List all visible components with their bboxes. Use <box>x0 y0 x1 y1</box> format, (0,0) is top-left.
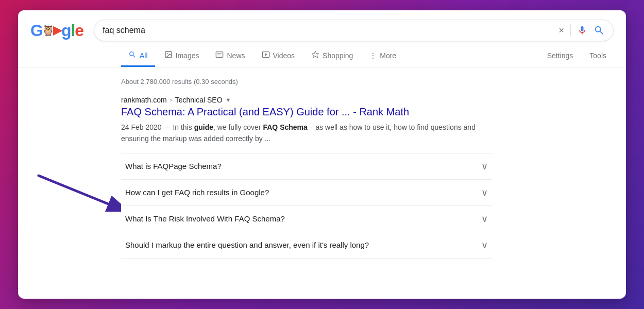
logo-play-icon: ▶ <box>53 24 61 37</box>
logo-letter-l: l <box>71 21 75 40</box>
result-domain: rankmath.com <box>121 96 167 104</box>
search-input[interactable]: faq schema <box>103 26 553 35</box>
search-blue-icon[interactable] <box>594 25 605 36</box>
tab-shopping[interactable]: Shopping <box>304 45 360 67</box>
faq-question-3: Should I markup the entire question and … <box>125 241 369 249</box>
faq-question-2: What Is The Risk Involved With FAQ Schem… <box>125 214 285 223</box>
tab-news[interactable]: News <box>208 45 252 67</box>
tab-images-label: Images <box>176 52 199 60</box>
icon-divider <box>570 24 571 37</box>
svg-rect-2 <box>216 52 223 58</box>
faq-question-1: How can I get FAQ rich results in Google… <box>125 188 269 197</box>
logo-letter-e: e <box>75 21 83 40</box>
search-icons: × <box>558 24 605 37</box>
faq-item-3[interactable]: Should I markup the entire question and … <box>121 232 492 259</box>
faq-item-0[interactable]: What is FAQPage Schema? ∨ <box>121 153 492 180</box>
tab-settings[interactable]: Settings <box>540 46 581 66</box>
breadcrumb-dropdown-icon[interactable]: ▼ <box>226 97 231 103</box>
clear-icon[interactable]: × <box>558 25 564 36</box>
google-logo: G 🦉 ▶ g l e <box>30 21 83 40</box>
search-box: faq schema × <box>94 20 614 41</box>
tab-all[interactable]: All <box>121 45 155 67</box>
nav-right: Settings Tools <box>540 46 614 66</box>
faq-items: What is FAQPage Schema? ∨ How can I get … <box>121 153 492 259</box>
tab-more-label: More <box>380 52 396 60</box>
tab-videos-label: Videos <box>273 52 295 60</box>
more-dots-icon: ⋮ <box>369 52 377 60</box>
result-title[interactable]: FAQ Schema: A Practical (and EASY) Guide… <box>121 105 492 118</box>
result-breadcrumb: Technical SEO <box>175 96 223 104</box>
mic-icon[interactable] <box>577 25 587 36</box>
arrow-annotation <box>28 170 121 214</box>
tab-settings-label: Settings <box>547 52 573 60</box>
shopping-icon <box>311 50 319 60</box>
faq-chevron-0: ∨ <box>481 161 488 172</box>
faq-chevron-2: ∨ <box>481 213 488 225</box>
url-separator: › <box>170 96 172 104</box>
tab-tools-label: Tools <box>589 52 606 60</box>
result-item: rankmath.com › Technical SEO ▼ FAQ Schem… <box>121 96 492 145</box>
svg-marker-7 <box>312 51 318 58</box>
logo-letter-g: G <box>30 21 43 40</box>
tab-all-label: All <box>140 52 148 60</box>
search-bar-area: G 🦉 ▶ g l e faq schema × <box>18 10 626 41</box>
logo-emoji: 🦉 <box>42 24 54 37</box>
svg-marker-6 <box>265 53 267 56</box>
results-area: About 2,780,000 results (0.30 seconds) r… <box>18 67 626 271</box>
tab-news-label: News <box>227 52 245 60</box>
logo-letter-g2: g <box>61 21 71 40</box>
tab-more[interactable]: ⋮ More <box>362 46 403 66</box>
results-count: About 2,780,000 results (0.30 seconds) <box>121 74 614 85</box>
faq-chevron-1: ∨ <box>481 187 488 198</box>
main-content: About 2,780,000 results (0.30 seconds) r… <box>18 67 626 271</box>
all-icon <box>128 50 137 60</box>
browser-window: G 🦉 ▶ g l e faq schema × <box>18 10 626 299</box>
nav-tabs: All Images News Videos Shopping <box>18 41 626 67</box>
videos-icon <box>262 50 270 60</box>
faq-item-1[interactable]: How can I get FAQ rich results in Google… <box>121 180 492 206</box>
svg-point-1 <box>166 53 167 54</box>
faq-question-0: What is FAQPage Schema? <box>125 162 222 170</box>
faq-chevron-3: ∨ <box>481 239 488 251</box>
tab-tools[interactable]: Tools <box>582 46 614 66</box>
tab-shopping-label: Shopping <box>323 52 353 60</box>
images-icon <box>164 50 173 60</box>
result-url: rankmath.com › Technical SEO ▼ <box>121 96 492 104</box>
tab-videos[interactable]: Videos <box>255 45 302 67</box>
result-desc: 24 Feb 2020 — In this guide, we fully co… <box>121 122 492 145</box>
faq-item-2[interactable]: What Is The Risk Involved With FAQ Schem… <box>121 206 492 232</box>
tab-images[interactable]: Images <box>157 45 207 67</box>
news-icon <box>215 50 224 60</box>
